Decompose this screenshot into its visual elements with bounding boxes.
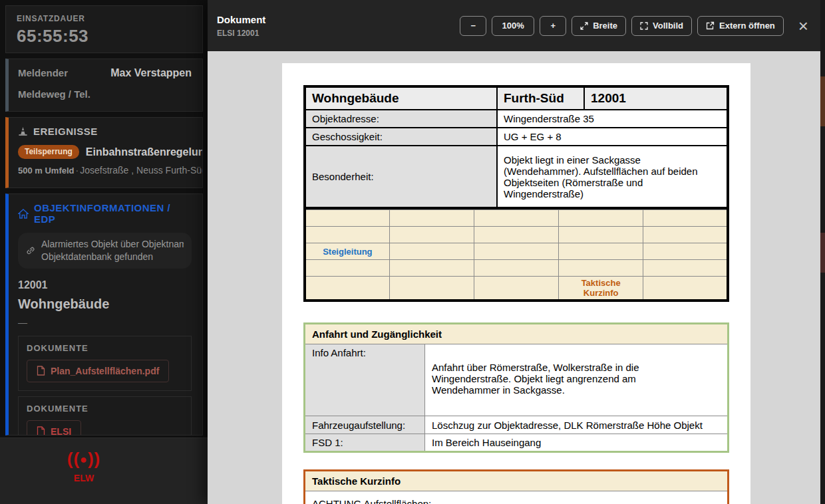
fit-width-button[interactable]: Breite — [572, 16, 626, 36]
viewer-title: Dokument — [217, 14, 265, 25]
fullscreen-icon — [640, 22, 648, 30]
fit-width-label: Breite — [593, 21, 617, 31]
open-external-icon — [706, 21, 715, 30]
object-grid-table: Steigleitung Taktische Kurzinfo — [303, 209, 729, 302]
row-label: Geschossigkeit: — [305, 128, 497, 146]
object-name: Wohngebäude — [18, 297, 192, 312]
district-cell: Furth-Süd — [497, 86, 584, 110]
zoom-in-button[interactable]: + — [540, 16, 566, 36]
section-title-row: Taktische Kurzinfo — [305, 471, 729, 491]
zoom-out-button[interactable]: − — [460, 16, 486, 36]
event-location: Josefstraße , Neuss Furth-Süd — [80, 165, 203, 176]
file-icon — [37, 426, 45, 436]
row-value: Löschzug zur Objektadresse, DLK Römerstr… — [425, 416, 729, 434]
resize-diagonal-icon — [580, 22, 588, 30]
object-subtitle: — — [18, 317, 192, 328]
viewer-toolbar: − 100% + Breite Vollbild — [460, 16, 811, 36]
open-external-button[interactable]: Extern öffnen — [697, 16, 784, 36]
sidebar-bottom-bar: ((●)) ELW — [0, 438, 208, 504]
taktische-section: Taktische Kurzinfo ACHTUNG Aufstellfläch… — [303, 469, 729, 504]
document-filename: ELSI — [51, 426, 71, 436]
row-label: Objektadresse: — [305, 110, 497, 128]
meldender-panel: Meldender Max Verstappen Meldeweg / Tel. — [5, 59, 203, 112]
grid-row — [305, 260, 728, 277]
open-external-label: Extern öffnen — [719, 21, 775, 31]
document-button-elsi[interactable]: ELSI — [27, 420, 81, 436]
objektinformationen-title: OBJEKTINFORMATIONEN / EDP — [34, 202, 192, 225]
table-row: Info Anfahrt: Anfahrt über Römerstraße, … — [305, 344, 729, 416]
status-badge: Teilsperrung — [18, 145, 79, 159]
fullscreen-label: Vollbild — [653, 21, 683, 31]
right-edge-strip — [820, 0, 825, 504]
ereignisse-title: EREIGNISSE — [33, 126, 98, 137]
einsatzdauer-value: 65:55:53 — [17, 26, 192, 47]
traffic-cone-icon — [18, 126, 28, 136]
table-row: ACHTUNG Aufstellflächen: — [305, 491, 729, 504]
table-row: Besonderheit: Objekt liegt in einer Sack… — [305, 146, 728, 208]
event-details: 500 m Umfeld·Josefstraße , Neuss Furth-S… — [18, 165, 192, 176]
object-data-table: Wohngebäude Furth-Süd 12001 Objektadress… — [303, 85, 729, 209]
row-label: Info Anfahrt: — [305, 344, 425, 416]
anfahrt-title: Anfahrt und Zugänglichkeit — [305, 324, 729, 344]
meldender-label: Meldender — [18, 67, 68, 78]
table-row: Objektadresse: Wingenderstraße 35 — [305, 110, 728, 128]
event-item[interactable]: Teilsperrung Einbahnstraßenregelung — [18, 145, 192, 159]
dokumente-label-1: DOKUMENTE — [27, 343, 183, 353]
object-title-cell: Wohngebäude — [305, 86, 497, 110]
object-number-cell: 12001 — [584, 86, 728, 110]
dokumente-box-2: DOKUMENTE ELSI — [18, 396, 192, 436]
event-radius: 500 m Umfeld — [18, 166, 75, 176]
dokumente-label-2: DOKUMENTE — [27, 404, 183, 414]
grid-row — [305, 210, 728, 227]
viewer-header: Dokument ELSI 12001 − 100% + Breite V — [208, 0, 820, 51]
document-filename: Plan_Aufstellflächen.pdf — [51, 366, 159, 376]
taktische-kurzinfo-cell: Taktische Kurzinfo — [559, 277, 643, 301]
meldeweg-label: Meldeweg / Tel. — [18, 88, 90, 100]
link-icon — [26, 246, 35, 255]
grid-row: Taktische Kurzinfo — [305, 277, 728, 301]
row-value: UG + EG + 8 — [497, 128, 728, 146]
app-root: EINSATZDAUER 65:55:53 Meldender Max Vers… — [0, 0, 825, 504]
viewer-subtitle: ELSI 12001 — [217, 29, 265, 38]
document-viewer-overlay: Dokument ELSI 12001 − 100% + Breite V — [208, 0, 820, 504]
row-label: Besonderheit: — [305, 146, 497, 208]
zoom-level-button[interactable]: 100% — [492, 16, 534, 36]
sidebar: EINSATZDAUER 65:55:53 Meldender Max Vers… — [0, 0, 208, 504]
table-row: Fahrzeugaufstellung: Löschzug zur Objekt… — [305, 416, 729, 434]
table-row: FSD 1: Im Bereich Hauseingang — [305, 434, 729, 452]
object-match-note: Alarmiertes Objekt über Objektname + Adr… — [18, 233, 192, 269]
einsatzdauer-label: EINSATZDAUER — [17, 14, 192, 23]
grid-row — [305, 227, 728, 243]
row-value: Anfahrt über Römerstraße, Wolkerstraße i… — [432, 347, 685, 396]
note-line-2: Objektdatenbank gefunden — [41, 251, 184, 263]
viewer-body[interactable]: Wohngebäude Furth-Süd 12001 Objektadress… — [208, 51, 820, 504]
elw-label: ELW — [52, 473, 116, 483]
grid-row: Steigleitung — [305, 243, 728, 260]
section-title-row: Anfahrt und Zugänglichkeit — [305, 324, 729, 344]
row-value: Im Bereich Hauseingang — [425, 434, 729, 452]
document-page: Wohngebäude Furth-Süd 12001 Objektadress… — [282, 63, 750, 504]
meldender-value: Max Verstappen — [110, 67, 192, 79]
row-label: Fahrzeugaufstellung: — [305, 416, 425, 434]
row-value: Wingenderstraße 35 — [497, 110, 728, 128]
einsatzdauer-panel: EINSATZDAUER 65:55:53 — [5, 5, 203, 53]
document-button-plan[interactable]: Plan_Aufstellflächen.pdf — [27, 360, 169, 382]
anfahrt-section: Anfahrt und Zugänglichkeit Info Anfahrt:… — [303, 322, 729, 453]
event-separator: · — [75, 165, 81, 176]
file-icon — [37, 366, 45, 376]
event-name: Einbahnstraßenregelung — [86, 146, 203, 158]
note-line-1: Alarmiertes Objekt über Objektname + Adr… — [41, 238, 184, 251]
elw-status[interactable]: ((●)) ELW — [52, 450, 116, 483]
row-label: FSD 1: — [305, 434, 425, 452]
table-row: Geschossigkeit: UG + EG + 8 — [305, 128, 728, 146]
house-icon — [18, 209, 29, 219]
steigleitung-cell: Steigleitung — [305, 243, 389, 260]
broadcast-icon: ((●)) — [52, 450, 116, 467]
close-icon[interactable]: × — [796, 17, 811, 35]
taktische-title: Taktische Kurzinfo — [305, 471, 729, 491]
dokumente-box-1: DOKUMENTE Plan_Aufstellflächen.pdf — [18, 336, 192, 391]
fullscreen-button[interactable]: Vollbild — [631, 16, 692, 36]
row-value: Objekt liegt in einer Sackgasse (Wendeha… — [497, 146, 728, 208]
table-header-row: Wohngebäude Furth-Süd 12001 — [305, 86, 728, 110]
object-id: 12001 — [18, 279, 192, 291]
